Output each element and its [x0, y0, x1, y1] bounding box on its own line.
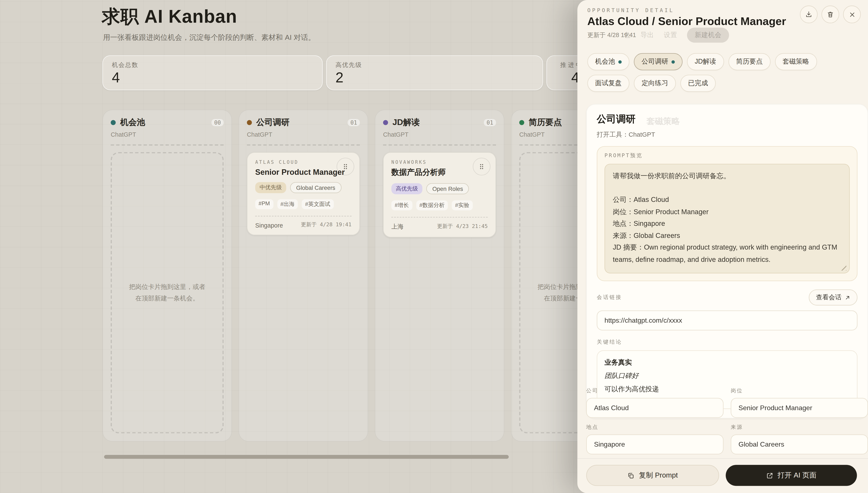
column-divider — [247, 145, 360, 146]
column-count: 01 — [484, 119, 496, 126]
field-label-location: 地点 — [586, 424, 723, 431]
column-divider — [111, 145, 224, 146]
download-button[interactable] — [800, 5, 818, 23]
copy-icon — [627, 472, 634, 479]
priority-badge: 高优先级 — [391, 183, 422, 194]
field-label-role: 岗位 — [731, 387, 868, 395]
job-card-novaworks[interactable]: NOVAWORKS 数据产品分析师 高优先级 Open Roles #增长 #数… — [383, 152, 496, 237]
tab-jd[interactable]: JD解读 — [687, 53, 724, 70]
trash-icon[interactable] — [822, 5, 840, 23]
opportunity-detail-panel: 色 导出 设置 新建机会 套磁策略 OPPORTUNITY DETAIL Atl… — [577, 0, 868, 493]
column-dot-icon — [383, 120, 388, 125]
column-tool: ChatGPT — [247, 131, 360, 138]
ghost-toolbar: 色 导出 设置 新建机会 — [624, 28, 729, 43]
external-arrow-icon — [845, 295, 850, 300]
tab-resume[interactable]: 简历要点 — [728, 53, 770, 70]
priority-badge: 中优先级 — [255, 182, 286, 193]
app-stage: 求职 AI Kanban 用一张看板跟进岗位机会，沉淀每个阶段的判断、素材和 A… — [0, 0, 868, 493]
column-count: 00 — [211, 119, 224, 126]
stat-label: 机会总数 — [112, 61, 139, 69]
card-tag: #出海 — [277, 199, 298, 209]
prompt-preview-label: PROMPT预览 — [605, 152, 850, 159]
conclusion-line: 业务真实 — [605, 356, 850, 370]
job-card-atlas-cloud[interactable]: ATLAS CLOUD Senior Product Manager 中优先级 … — [247, 152, 360, 235]
column-dot-icon — [247, 120, 252, 125]
tab-pool[interactable]: 机会池 — [588, 53, 630, 70]
chat-url-input[interactable] — [597, 310, 858, 330]
copy-prompt-button[interactable]: 复制 Prompt — [586, 465, 719, 486]
card-tag: #实验 — [452, 200, 472, 210]
location-field[interactable] — [586, 434, 723, 454]
source-badge: Open Roles — [426, 183, 469, 194]
column-name: 公司调研 — [256, 117, 343, 128]
stat-value: 2 — [336, 69, 343, 86]
column-tool: ChatGPT — [383, 131, 496, 138]
card-tag: #增长 — [391, 200, 412, 210]
field-label-company: 公司 — [586, 387, 723, 395]
chat-link-label: 会话链接 — [597, 294, 622, 301]
column-dot-icon — [111, 120, 116, 125]
ghost-toolbar-item: 导出 — [640, 30, 654, 40]
external-link-icon — [766, 472, 773, 479]
empty-dropzone[interactable]: 把岗位卡片拖到这里，或者在顶部新建一条机会。 — [111, 152, 224, 433]
panel-title: Atlas Cloud / Senior Product Manager — [588, 15, 798, 28]
column-name: 机会池 — [120, 117, 207, 128]
card-location: 上海 — [391, 222, 403, 231]
source-field[interactable] — [731, 434, 868, 454]
section-tool-line: 打开工具：ChatGPT — [597, 130, 858, 139]
card-updated: 更新于 4/23 21:45 — [437, 223, 488, 230]
drag-handle-icon[interactable] — [337, 158, 354, 175]
stage-tabs: 机会池 公司调研 JD解读 简历要点 套磁策略 面试复盘 定向练习 已完成 — [588, 53, 856, 92]
column-dot-icon — [519, 120, 524, 125]
card-tag: #PM — [255, 199, 273, 209]
card-tag: #数据分析 — [416, 200, 448, 210]
column-name: JD解读 — [393, 117, 479, 128]
tab-outreach[interactable]: 套磁策略 — [775, 53, 817, 70]
stat-label: 高优先级 — [336, 61, 362, 69]
tab-interview-review[interactable]: 面试复盘 — [588, 75, 630, 92]
card-divider — [255, 216, 352, 216]
kanban-column-jd: JD解读 01 ChatGPT NOVAWORKS 数据产品分析师 高优先级 O… — [375, 109, 504, 442]
stat-card-high-priority: 高优先级 2 — [326, 55, 543, 90]
tab-dot-icon — [672, 60, 675, 63]
tab-targeted-practice[interactable]: 定向练习 — [634, 75, 676, 92]
page-title: 求职 AI Kanban — [102, 4, 237, 29]
close-icon[interactable] — [843, 5, 861, 23]
stat-card-total: 机会总数 4 — [102, 55, 323, 90]
company-field[interactable] — [586, 398, 723, 418]
column-count: 01 — [347, 119, 360, 126]
view-chat-button[interactable]: 查看会话 — [809, 290, 858, 305]
card-location: Singapore — [255, 221, 283, 228]
drag-handle-icon[interactable] — [473, 158, 491, 175]
source-badge: Global Careers — [290, 182, 341, 193]
prompt-textarea[interactable]: 请帮我做一份求职前的公司调研备忘。 公司：Atlas Cloud 岗位：Seni… — [605, 164, 850, 273]
prompt-preview-group: PROMPT预览 请帮我做一份求职前的公司调研备忘。 公司：Atlas Clou… — [597, 146, 858, 281]
ghost-toolbar-item: 设置 — [664, 30, 677, 40]
card-tag: #英文面试 — [302, 199, 334, 209]
column-divider — [383, 145, 496, 146]
section-title: 公司调研 — [597, 112, 858, 126]
panel-kicker: OPPORTUNITY DETAIL — [588, 7, 674, 13]
conclusion-line: 团队口碑好 — [605, 370, 850, 383]
stat-value: 4 — [112, 69, 120, 86]
card-updated: 更新于 4/28 19:41 — [301, 221, 352, 229]
ghost-new-opportunity-button: 新建机会 — [687, 28, 729, 43]
open-ai-page-button[interactable]: 打开 AI 页面 — [725, 465, 857, 486]
tab-company-research[interactable]: 公司调研 — [634, 53, 682, 70]
field-label-source: 来源 — [731, 424, 868, 431]
tab-dot-icon — [618, 60, 622, 63]
panel-updated: 更新于 4/28 19:41 — [588, 31, 636, 39]
page-subtitle: 用一张看板跟进岗位机会，沉淀每个阶段的判断、素材和 AI 对话。 — [103, 33, 315, 43]
opportunity-fields: 公司 岗位 地点 来源 — [586, 387, 868, 454]
card-divider — [391, 217, 488, 218]
kanban-column-pool: 机会池 00 ChatGPT 把岗位卡片拖到这里，或者在顶部新建一条机会。 — [102, 109, 232, 442]
panel-footer: 复制 Prompt 打开 AI 页面 — [577, 458, 868, 493]
horizontal-scrollbar[interactable] — [104, 455, 509, 459]
stage-section-card: 公司调研 打开工具：ChatGPT PROMPT预览 请帮我做一份求职前的公司调… — [586, 104, 868, 419]
conclusion-label: 关键结论 — [597, 339, 858, 346]
tab-done[interactable]: 已完成 — [680, 75, 716, 92]
column-tool: ChatGPT — [111, 131, 224, 138]
role-field[interactable] — [731, 398, 868, 418]
kanban-column-research: 公司调研 01 ChatGPT ATLAS CLOUD Senior Produ… — [239, 109, 368, 442]
